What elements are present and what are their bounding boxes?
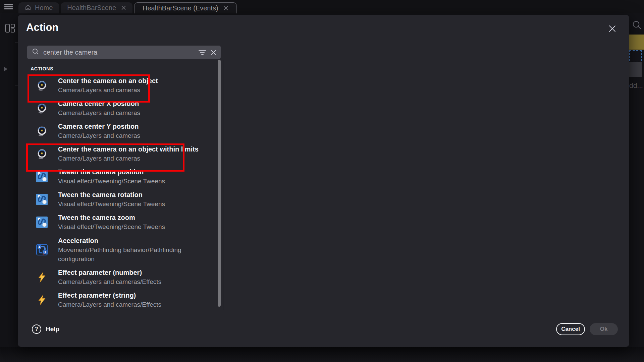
action-category-path: Camera/Layers and cameras/Effects xyxy=(58,277,161,286)
action-category-path: Camera/Layers and cameras xyxy=(58,154,199,163)
actions-list: ACTIONS Center the camera on an object C… xyxy=(26,64,224,310)
list-divider xyxy=(223,60,223,310)
tween-icon xyxy=(36,194,48,205)
action-title: Camera center X position xyxy=(58,99,140,108)
tween-icon xyxy=(36,171,48,182)
action-list-item[interactable]: Effect parameter (string) Camera/Layers … xyxy=(26,289,224,310)
clear-search-icon[interactable] xyxy=(210,49,217,56)
action-category-path: Movement/Pathfinding behavior/Pathfindin… xyxy=(58,245,216,263)
action-category-path: Camera/Layers and cameras/Effects xyxy=(58,300,161,309)
camera-icon xyxy=(36,148,48,160)
action-title: Tween the camera rotation xyxy=(58,190,165,199)
search-icon xyxy=(632,20,642,32)
action-list-item[interactable]: Tween the camera position Visual effect/… xyxy=(26,165,224,188)
action-title: Acceleration xyxy=(58,236,216,245)
svg-text:B: B xyxy=(43,250,46,254)
close-tab-icon[interactable] xyxy=(223,6,228,11)
dialog-footer: ? Help Cancel Ok xyxy=(18,322,629,337)
ok-button[interactable]: Ok xyxy=(590,323,618,335)
status-bar-area xyxy=(0,347,644,362)
action-list-item[interactable]: AB Acceleration Movement/Pathfinding beh… xyxy=(26,234,224,266)
action-title: Tween the camera zoom xyxy=(58,213,165,222)
action-list-item[interactable]: Camera center Y position Camera/Layers a… xyxy=(26,120,224,142)
bolt-icon xyxy=(36,294,48,306)
close-icon xyxy=(608,24,617,35)
event-drag-arrow-icon xyxy=(4,67,7,71)
action-category-path: Visual effect/Tweening/Scene Tweens xyxy=(58,199,165,208)
event-drop-indicator xyxy=(629,50,642,61)
action-title: Center the camera on an object within li… xyxy=(58,145,199,154)
tab-healthbarscene[interactable]: HealthBarScene xyxy=(61,2,132,13)
help-question-icon: ? xyxy=(32,324,41,334)
action-list-item[interactable]: Effect parameter (number) Camera/Layers … xyxy=(26,266,224,289)
action-title: Effect parameter (number) xyxy=(58,268,161,277)
dialog-title: Action xyxy=(26,21,58,34)
action-title: Camera center Y position xyxy=(58,122,140,131)
tab-label: HealthBarScene (Events) xyxy=(143,4,218,12)
help-label: Help xyxy=(46,325,59,333)
action-category-path: Camera/Layers and cameras xyxy=(58,108,140,117)
search-icon xyxy=(32,48,39,57)
help-button[interactable]: ? Help xyxy=(32,324,59,334)
action-list-item[interactable]: Camera center X position Camera/Layers a… xyxy=(26,97,224,120)
bolt-icon xyxy=(36,272,48,283)
dialog-close-button[interactable] xyxy=(606,23,619,36)
search-input[interactable] xyxy=(43,49,194,56)
camera-icon xyxy=(36,80,48,91)
action-dialog: Action ACTIONS Center the camera on an o… xyxy=(18,15,629,347)
editor-top-bar: Home HealthBarScene HealthBarScene (Even… xyxy=(0,0,644,13)
tab-label: Home xyxy=(35,4,53,12)
pathfinding-icon: AB xyxy=(36,244,48,255)
tab-healthbarscene-events[interactable]: HealthBarScene (Events) xyxy=(134,2,237,13)
action-title: Tween the camera position xyxy=(58,168,165,177)
events-tree-line xyxy=(15,42,15,86)
camera-icon xyxy=(36,103,48,114)
action-list-item[interactable]: Center the camera on an object within li… xyxy=(26,142,224,165)
action-list-item[interactable]: Tween the camera rotation Visual effect/… xyxy=(26,188,224,211)
editor-tabs: Home HealthBarScene HealthBarScene (Even… xyxy=(18,2,237,13)
svg-text:A: A xyxy=(38,245,41,249)
actions-section-header: ACTIONS xyxy=(31,66,224,71)
hamburger-menu-icon[interactable] xyxy=(4,4,13,9)
actions-rows: Center the camera on an object Camera/La… xyxy=(26,74,224,310)
tween-icon xyxy=(36,217,48,228)
camera-icon xyxy=(36,125,48,137)
action-search-bar xyxy=(27,46,221,59)
action-category-path: Camera/Layers and cameras xyxy=(58,85,158,95)
action-title: Center the camera on an object xyxy=(58,76,158,85)
action-list-item[interactable]: Tween the camera zoom Visual effect/Twee… xyxy=(26,211,224,234)
event-selection-block xyxy=(629,35,644,50)
action-category-path: Visual effect/Tweening/Scene Tweens xyxy=(58,177,165,186)
cancel-button[interactable]: Cancel xyxy=(556,323,585,335)
tab-home[interactable]: Home xyxy=(18,2,59,13)
event-block xyxy=(629,62,642,77)
action-category-path: Camera/Layers and cameras xyxy=(58,131,140,140)
action-category-path: Visual effect/Tweening/Scene Tweens xyxy=(58,222,165,231)
scrollbar-thumb[interactable] xyxy=(218,60,221,307)
close-tab-icon[interactable] xyxy=(121,5,126,10)
panels-layout-icon xyxy=(5,23,15,34)
home-icon xyxy=(25,4,31,12)
action-title: Effect parameter (string) xyxy=(58,291,161,300)
tab-label: HealthBarScene xyxy=(67,4,116,12)
truncated-add-label: dd... xyxy=(629,81,643,89)
filter-icon[interactable] xyxy=(198,50,206,55)
action-list-item[interactable]: Center the camera on an object Camera/La… xyxy=(26,74,224,97)
